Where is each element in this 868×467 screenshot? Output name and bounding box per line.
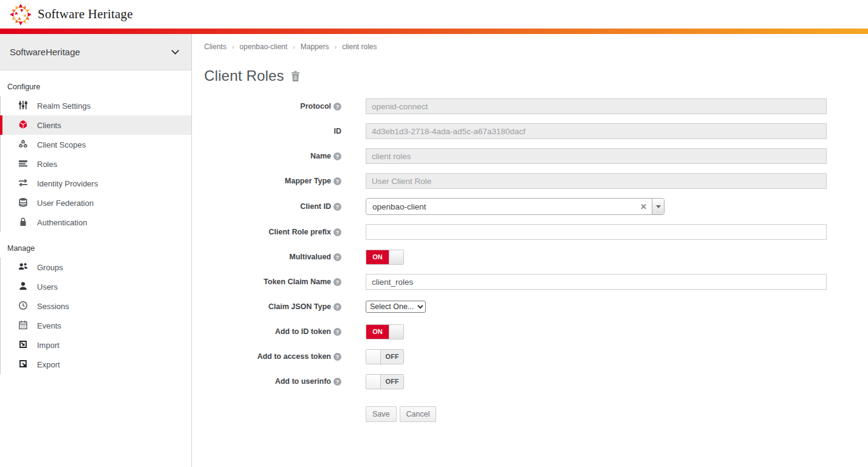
help-icon[interactable]: ? xyxy=(333,303,341,311)
sidebar-item-import[interactable]: Import xyxy=(0,335,191,355)
user-icon xyxy=(18,281,28,293)
sidebar-item-label: Client Scopes xyxy=(37,140,86,149)
cancel-button[interactable]: Cancel xyxy=(400,406,437,422)
cubes-icon xyxy=(18,139,28,151)
page-title: Client Roles xyxy=(204,67,284,84)
toggle-off-label: OFF xyxy=(381,350,403,364)
form-row-token-claim-name: Token Claim Name ? xyxy=(204,274,868,290)
sidebar-item-identity-providers[interactable]: Identity Providers xyxy=(0,174,191,193)
realm-selector[interactable]: SoftwareHeritage xyxy=(0,34,191,70)
client-role-prefix-input[interactable] xyxy=(366,224,827,240)
add-to-access-token-label: Add to access token xyxy=(257,352,331,361)
save-button[interactable]: Save xyxy=(366,406,397,422)
help-icon[interactable]: ? xyxy=(333,253,341,261)
app-header: Software Heritage xyxy=(0,0,868,29)
sidebar-item-label: Import xyxy=(37,341,60,350)
sidebar-item-label: Authentication xyxy=(37,218,87,227)
clock-icon xyxy=(18,301,28,312)
toggle-knob xyxy=(389,250,403,264)
help-icon[interactable]: ? xyxy=(333,353,341,361)
breadcrumb-separator: › xyxy=(334,43,337,50)
sidebar-item-groups[interactable]: Groups xyxy=(0,257,191,277)
multivalued-label: Multivalued xyxy=(289,253,331,261)
sidebar-item-label: User Federation xyxy=(37,199,94,208)
form-row-name: Name ? xyxy=(204,148,868,164)
toggle-knob xyxy=(389,325,403,339)
add-to-userinfo-toggle[interactable]: OFF xyxy=(366,374,404,389)
claim-json-type-select[interactable]: Select One... xyxy=(366,301,426,313)
breadcrumb-openbao-client[interactable]: openbao-client xyxy=(239,43,287,51)
breadcrumb-separator: › xyxy=(232,43,234,50)
toggle-on-label: ON xyxy=(366,250,389,264)
help-icon[interactable]: ? xyxy=(333,152,341,160)
form-row-mapper-type: Mapper Type ? xyxy=(204,173,868,189)
breadcrumb-clients[interactable]: Clients xyxy=(204,43,227,51)
nav-section-manage: Manage xyxy=(0,232,191,257)
protocol-label: Protocol xyxy=(300,102,331,111)
form-row-client-id: Client ID ? openbao-client ✕ xyxy=(204,198,868,215)
breadcrumb-current: client roles xyxy=(342,43,377,51)
dropdown-toggle-icon[interactable] xyxy=(652,199,664,214)
name-input xyxy=(366,148,827,164)
breadcrumb-mappers[interactable]: Mappers xyxy=(301,43,329,51)
form-row-id: ID xyxy=(204,123,868,139)
toggle-off-label: OFF xyxy=(381,375,403,389)
users-icon xyxy=(18,262,28,273)
help-icon[interactable]: ? xyxy=(333,328,341,336)
sidebar-item-clients[interactable]: Clients xyxy=(0,115,191,135)
client-id-select[interactable]: openbao-client ✕ xyxy=(366,198,665,215)
help-icon[interactable]: ? xyxy=(333,203,341,211)
sidebar-item-label: Users xyxy=(37,282,58,291)
sidebar-item-users[interactable]: Users xyxy=(0,277,191,296)
help-icon[interactable]: ? xyxy=(333,177,341,185)
cube-icon xyxy=(18,120,28,131)
clear-selection-icon[interactable]: ✕ xyxy=(635,202,652,211)
form-row-protocol: Protocol ? xyxy=(204,98,868,114)
form-row-multivalued: Multivalued ? ON xyxy=(204,249,868,265)
sidebar-item-sessions[interactable]: Sessions xyxy=(0,296,191,316)
list-icon xyxy=(18,159,28,170)
lock-icon xyxy=(18,217,28,228)
add-to-userinfo-label: Add to userinfo xyxy=(275,377,331,386)
help-icon[interactable]: ? xyxy=(333,278,341,286)
client-role-prefix-label: Client Role prefix xyxy=(268,228,331,236)
brand-name: Software Heritage xyxy=(38,7,133,22)
sidebar-item-user-federation[interactable]: User Federation xyxy=(0,193,191,213)
token-claim-name-input[interactable] xyxy=(366,274,827,290)
software-heritage-logo-icon xyxy=(9,2,32,27)
help-icon[interactable]: ? xyxy=(333,103,341,111)
client-id-label: Client ID xyxy=(300,202,331,211)
sidebar-item-label: Realm Settings xyxy=(37,101,91,111)
sidebar-item-export[interactable]: Export xyxy=(0,355,191,374)
help-icon[interactable]: ? xyxy=(333,378,341,386)
mapper-type-label: Mapper Type xyxy=(285,177,331,185)
sidebar-item-client-scopes[interactable]: Client Scopes xyxy=(0,135,191,154)
breadcrumb: Clients › openbao-client › Mappers › cli… xyxy=(204,43,868,51)
breadcrumb-separator: › xyxy=(293,43,295,50)
calendar-icon xyxy=(18,320,28,332)
content-area: Clients › openbao-client › Mappers › cli… xyxy=(192,34,868,467)
claim-json-type-label: Claim JSON Type xyxy=(268,302,331,311)
sidebar-item-label: Identity Providers xyxy=(37,179,98,188)
accent-gradient-bar xyxy=(0,29,868,34)
exchange-icon xyxy=(18,178,28,189)
toggle-knob xyxy=(366,375,381,389)
sidebar-item-realm-settings[interactable]: Realm Settings xyxy=(0,96,191,115)
sidebar-item-roles[interactable]: Roles xyxy=(0,154,191,174)
form-row-add-to-userinfo: Add to userinfo ? OFF xyxy=(204,373,868,389)
toggle-on-label: ON xyxy=(366,325,389,339)
form-row-client-role-prefix: Client Role prefix ? xyxy=(204,224,868,240)
sidebar-item-label: Clients xyxy=(37,121,61,130)
export-icon xyxy=(18,359,28,370)
add-to-access-token-toggle[interactable]: OFF xyxy=(366,349,404,364)
delete-trash-icon[interactable] xyxy=(291,71,300,81)
nav-section-configure: Configure xyxy=(0,70,191,96)
form-row-add-to-id-token: Add to ID token ? ON xyxy=(204,324,868,339)
sidebar-item-events[interactable]: Events xyxy=(0,316,191,335)
add-to-id-token-toggle[interactable]: ON xyxy=(366,324,404,339)
help-icon[interactable]: ? xyxy=(333,228,341,236)
sidebar-item-authentication[interactable]: Authentication xyxy=(0,213,191,232)
mapper-form: Protocol ? ID Name ? xyxy=(204,98,868,422)
multivalued-toggle[interactable]: ON xyxy=(366,250,404,265)
mapper-type-input xyxy=(366,173,827,189)
